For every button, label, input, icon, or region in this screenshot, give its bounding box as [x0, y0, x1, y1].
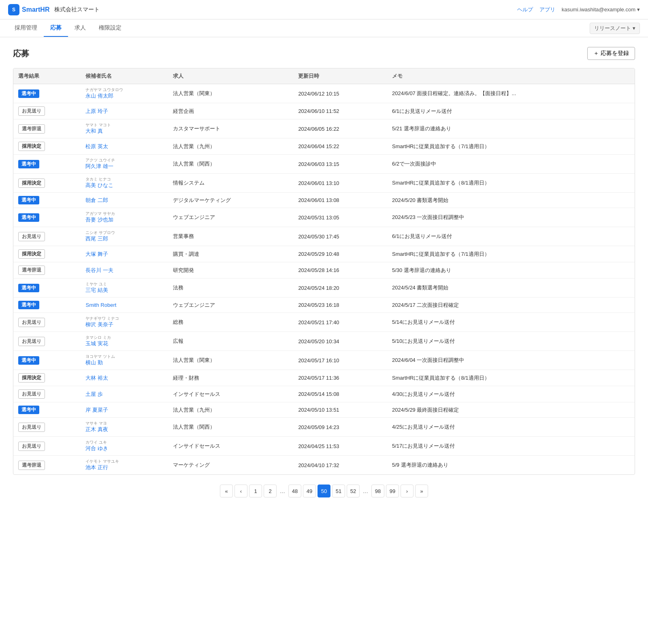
- pagination-first[interactable]: «: [220, 485, 233, 497]
- cell-job: 法務: [168, 278, 293, 298]
- pagination-prev[interactable]: ‹: [234, 485, 247, 497]
- candidate-link[interactable]: Smith Robert: [85, 302, 163, 308]
- cell-updated: 2024/06/01 13:08: [293, 193, 387, 208]
- release-note-button[interactable]: リリースノート ▾: [590, 23, 640, 34]
- candidate-link[interactable]: 大和 真: [85, 128, 163, 135]
- table-row: 選考中 岸 夏菜子 法人営業（九州） 2024/05/10 13:51 2024…: [13, 402, 635, 418]
- candidate-link[interactable]: 大塚 舞子: [85, 251, 163, 258]
- candidate-link[interactable]: 岸 夏菜子: [85, 406, 163, 414]
- candidate-link[interactable]: 大林 裕太: [85, 374, 163, 382]
- status-badge: 採用決定: [18, 249, 45, 259]
- applications-table: 選考結果 候補者氏名 求人 更新日時 メモ 選考中 ナガヤマ ユウタロウ 永山 …: [13, 68, 635, 474]
- candidate-link[interactable]: 玉城 実花: [85, 340, 163, 347]
- cell-job: 総務: [168, 313, 293, 332]
- applications-table-wrap: 選考結果 候補者氏名 求人 更新日時 メモ 選考中 ナガヤマ ユウタロウ 永山 …: [13, 68, 635, 475]
- col-header-updated: 更新日時: [293, 68, 387, 84]
- candidate-link[interactable]: 西尾 三郎: [85, 235, 163, 242]
- cell-updated: 2024/05/14 15:08: [293, 386, 387, 402]
- cell-candidate: アクツ ユウイチ 阿久津 雄一: [81, 155, 168, 174]
- table-row: 選考中 アガツマ サヤカ 吾妻 沙也加 ウェブエンジニア 2024/05/31 …: [13, 208, 635, 227]
- cell-memo: SmartHRに従業員追加する（8/1適用日）: [387, 174, 635, 193]
- pagination-page-99[interactable]: 99: [386, 485, 399, 497]
- table-row: 選考中 ミヤケ ユミ 三宅 結美 法務 2024/05/24 18:20 202…: [13, 278, 635, 298]
- cell-job: 法人営業（九州）: [168, 402, 293, 418]
- cell-memo: 5/9 選考辞退の連絡あり: [387, 456, 635, 475]
- candidate-link[interactable]: 長谷川 一夫: [85, 267, 163, 274]
- candidate-link[interactable]: 三宅 結美: [85, 287, 163, 294]
- table-row: 採用決定 大林 裕太 経理・財務 2024/05/17 11:36 SmartH…: [13, 370, 635, 386]
- pagination-page-50[interactable]: 50: [318, 485, 330, 497]
- candidate-link[interactable]: 河合 ゆき: [85, 445, 163, 452]
- table-row: お見送り 土屋 歩 インサイドセールス 2024/05/14 15:08 4/3…: [13, 386, 635, 402]
- status-badge: 選考中: [18, 89, 39, 98]
- furigana: ニシオ サブロウ: [85, 230, 163, 235]
- cell-updated: 2024/05/09 14:23: [293, 418, 387, 437]
- candidate-link[interactable]: 阿久津 雄一: [85, 163, 163, 170]
- pagination-next[interactable]: ›: [401, 485, 414, 497]
- status-badge: お見送り: [18, 442, 45, 451]
- cell-updated: 2024/06/03 13:15: [293, 155, 387, 174]
- cell-memo: 2024/5/20 書類選考開始: [387, 193, 635, 208]
- nav-item-permissions[interactable]: 権限設定: [92, 19, 128, 37]
- pagination-page-48[interactable]: 48: [288, 485, 301, 497]
- pagination-dots-1: …: [278, 488, 287, 494]
- candidate-link[interactable]: 横山 勤: [85, 359, 163, 366]
- main-nav: 採用管理 応募 求人 権限設定 リリースノート ▾: [0, 19, 648, 37]
- candidate-link[interactable]: 高美 ひなこ: [85, 182, 163, 189]
- candidate-link[interactable]: 朝倉 二郎: [85, 197, 163, 204]
- cell-memo: 2024/5/24 書類選考開始: [387, 278, 635, 298]
- candidate-link[interactable]: 吾妻 沙也加: [85, 216, 163, 223]
- cell-status: 選考中: [13, 208, 81, 227]
- pagination-page-1[interactable]: 1: [249, 485, 262, 497]
- cell-candidate: ヤナギサワ ミナコ 柳沢 美奈子: [81, 313, 168, 332]
- candidate-link[interactable]: 柳沢 美奈子: [85, 321, 163, 328]
- candidate-link[interactable]: 土屋 歩: [85, 391, 163, 398]
- table-row: 採用決定 松原 英太 法人営業（九州） 2024/06/04 15:22 Sma…: [13, 138, 635, 155]
- pagination-last[interactable]: »: [415, 485, 428, 497]
- pagination-page-52[interactable]: 52: [347, 485, 360, 497]
- nav-items: 採用管理 応募 求人 権限設定: [8, 19, 128, 37]
- cell-memo: 2024/5/23 一次面接日程調整中: [387, 208, 635, 227]
- col-header-name: 候補者氏名: [81, 68, 168, 84]
- register-application-button[interactable]: ＋ 応募を登録: [587, 47, 635, 60]
- nav-item-recruitment[interactable]: 採用管理: [8, 19, 44, 37]
- candidate-link[interactable]: 正木 真夜: [85, 426, 163, 433]
- nav-item-applications[interactable]: 応募: [44, 19, 68, 37]
- cell-job: 法人営業（関東）: [168, 351, 293, 370]
- chevron-down-icon: ▾: [633, 25, 635, 31]
- logo-icon: S: [8, 4, 19, 15]
- cell-memo: SmartHRに従業員追加する（8/1適用日）: [387, 370, 635, 386]
- cell-job: カスタマーサポート: [168, 119, 293, 138]
- status-badge: 採用決定: [18, 179, 45, 188]
- chevron-down-icon: ▾: [637, 6, 640, 13]
- status-badge: 選考中: [18, 406, 39, 414]
- pagination-page-49[interactable]: 49: [303, 485, 316, 497]
- app-link[interactable]: アプリ: [539, 6, 555, 13]
- table-row: 選考辞退 イケモト マサユキ 池本 正行 マーケティング 2024/04/10 …: [13, 456, 635, 475]
- status-badge: 選考中: [18, 356, 39, 365]
- status-badge: 選考中: [18, 196, 39, 204]
- table-row: お見送り カワイ ユキ 河合 ゆき インサイドセールス 2024/04/25 1…: [13, 437, 635, 456]
- help-link[interactable]: ヘルプ: [517, 6, 533, 13]
- cell-status: 選考中: [13, 84, 81, 103]
- cell-candidate: ヤマト マコト 大和 真: [81, 119, 168, 138]
- cell-status: 採用決定: [13, 246, 81, 262]
- status-badge: 選考辞退: [18, 461, 45, 470]
- cell-memo: 5/14にお見送りメール送付: [387, 313, 635, 332]
- candidate-link[interactable]: 永山 侑太郎: [85, 92, 163, 100]
- nav-item-jobs[interactable]: 求人: [68, 19, 92, 37]
- cell-candidate: 大塚 舞子: [81, 246, 168, 262]
- candidate-link[interactable]: 松原 英太: [85, 143, 163, 150]
- pagination-page-98[interactable]: 98: [371, 485, 384, 497]
- candidate-link[interactable]: 池本 正行: [85, 464, 163, 471]
- release-note-label: リリースノート: [594, 25, 631, 32]
- candidate-link[interactable]: 上原 玲子: [85, 108, 163, 115]
- pagination-page-51[interactable]: 51: [332, 485, 345, 497]
- cell-candidate: タカミ ヒナコ 高美 ひなこ: [81, 174, 168, 193]
- cell-memo: 2024/5/17 二次面接日程確定: [387, 298, 635, 313]
- cell-job: ウェブエンジニア: [168, 208, 293, 227]
- user-menu[interactable]: kasumi.iwashita@example.com ▾: [562, 6, 640, 13]
- pagination-page-2[interactable]: 2: [264, 485, 277, 497]
- cell-status: 選考中: [13, 278, 81, 298]
- cell-status: 選考中: [13, 298, 81, 313]
